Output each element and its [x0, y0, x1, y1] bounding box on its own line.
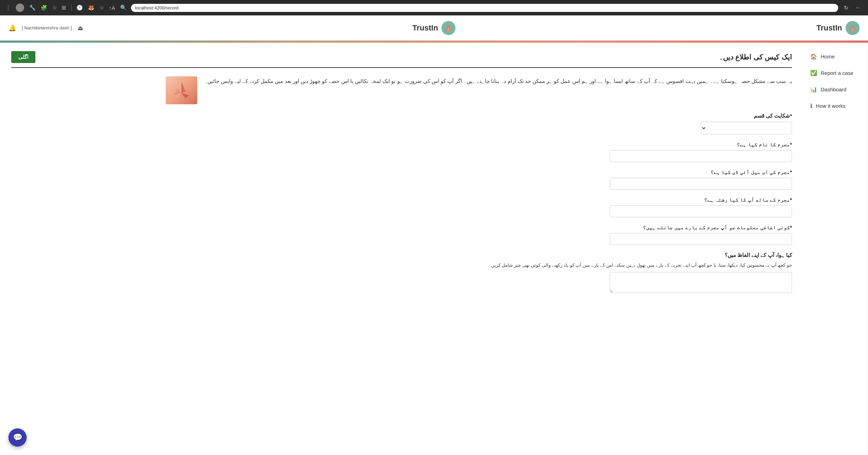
additional-info-label: *کونی اضافی معلومات جو آپ مجرم کے بارے م… — [11, 224, 792, 230]
browser-avatar[interactable] — [16, 4, 24, 12]
sidebar: 🏠 Home ✅ Report a case 📊 Dashboard ℹ How… — [803, 43, 868, 455]
back-button[interactable]: ← — [854, 3, 862, 12]
refresh-button[interactable]: ↻ — [842, 3, 850, 13]
sidebar-item-home[interactable]: 🏠 Home — [803, 48, 868, 65]
bell-icon[interactable]: 🔔 — [8, 24, 16, 32]
origami-bird-image — [171, 80, 192, 101]
perpetrator-name-label: *مجرم کا نام کیا ہے؟ — [11, 141, 792, 147]
your-words-description: جو کچھ آپ نے محسوس کیا، دیکھا، سنا، یا ج… — [11, 261, 792, 269]
main-content: ایک کیس کی اطلاع دیں۔ اگلی یہ سب سے مشکل… — [0, 43, 803, 455]
next-button[interactable]: اگلی — [11, 51, 35, 63]
page-title-row: ایک کیس کی اطلاع دیں۔ اگلی — [11, 51, 792, 68]
intro-text: یہ سب سے مشکل حصہ ہوسکتا ہے۔ ہمیں بہت اف… — [204, 76, 792, 86]
perpetrator-name-input[interactable] — [610, 150, 792, 162]
browser-icons: 🔍 A↑ ☆ 🦊 🕐 ⊞ ☆ 🧩 🔧 ⋮ — [6, 4, 127, 12]
perpetrator-relationship-label: *مجرم کے ساتھ آپ کا کیا رشتہ ہے؟ — [11, 197, 792, 203]
logout-icon[interactable]: ⏏ — [77, 24, 83, 32]
home-icon: 🏠 — [810, 53, 817, 60]
app-body: 🏠 Home ✅ Report a case 📊 Dashboard ℹ How… — [0, 43, 868, 455]
chat-bubble-icon: 💬 — [13, 433, 22, 442]
logo-circle-center — [442, 21, 456, 35]
search-icon[interactable]: 🔍 — [120, 5, 127, 11]
logo-circle-left — [846, 21, 860, 35]
grid-icon[interactable]: ⊞ — [62, 5, 66, 11]
complaint-type-select[interactable] — [701, 122, 792, 134]
complaint-type-group: *شکایت کی قسم — [11, 113, 792, 134]
logo-text-left: TrustIn — [817, 23, 842, 33]
fox-icon: 🦊 — [88, 5, 95, 11]
perpetrator-email-label: *مجرم کی ای میل آئی ڈی کیا ہے؟ — [11, 169, 792, 175]
your-words-label: کیا ہوا، آپ کے اپنے الفاظ میں؟ — [11, 252, 792, 258]
app-header: TrustIn TrustIn 🔔 [ Nachiketamishra dash… — [0, 15, 868, 41]
sidebar-label-report: Report a case — [821, 70, 853, 76]
perpetrator-email-group: *مجرم کی ای میل آئی ڈی کیا ہے؟ — [11, 169, 792, 190]
menu-icon[interactable]: ⋮ — [6, 5, 11, 11]
intro-section: یہ سب سے مشکل حصہ ہوسکتا ہے۔ ہمیں بہت اف… — [11, 76, 792, 104]
perpetrator-email-input[interactable] — [610, 178, 792, 190]
divider — [71, 4, 71, 11]
your-words-group: کیا ہوا، آپ کے اپنے الفاظ میں؟ جو کچھ آپ… — [11, 252, 792, 294]
report-icon: ✅ — [810, 70, 817, 76]
sidebar-item-report[interactable]: ✅ Report a case — [803, 65, 868, 81]
info-icon: ℹ — [810, 103, 812, 109]
reader-icon[interactable]: A↑ — [109, 5, 115, 11]
sidebar-item-dashboard[interactable]: 📊 Dashboard — [803, 81, 868, 98]
header-right: 🔔 [ Nachiketamishra dash ] ⏏ — [8, 24, 83, 32]
your-words-textarea[interactable] — [610, 272, 792, 293]
perpetrator-relationship-group: *مجرم کے ساتھ آپ کا کیا رشتہ ہے؟ — [11, 197, 792, 217]
bookmark-icon[interactable]: ☆ — [52, 5, 57, 11]
page-title: ایک کیس کی اطلاع دیں۔ — [719, 53, 792, 61]
puzzle-icon[interactable]: 🧩 — [41, 5, 47, 11]
dashboard-icon: 📊 — [810, 86, 817, 93]
perpetrator-relationship-input[interactable] — [610, 205, 792, 217]
browser-chrome: ← ↻ 🔍 A↑ ☆ 🦊 🕐 ⊞ ☆ 🧩 🔧 ⋮ — [0, 0, 868, 15]
sidebar-item-how-it-works[interactable]: ℹ How it works — [803, 98, 868, 114]
sidebar-label-how-it-works: How it works — [816, 103, 846, 109]
clock-icon[interactable]: 🕐 — [76, 5, 83, 11]
additional-info-input[interactable] — [610, 233, 792, 245]
intro-image — [166, 76, 197, 104]
user-label: [ Nachiketamishra dash ] — [22, 25, 72, 30]
star-icon[interactable]: ☆ — [99, 5, 104, 11]
form-section: *شکایت کی قسم *مجرم کا نام کیا ہے؟ *مجرم… — [11, 113, 792, 294]
chat-bubble[interactable]: 💬 — [8, 428, 27, 447]
sidebar-label-dashboard: Dashboard — [821, 86, 846, 92]
complaint-type-label: *شکایت کی قسم — [11, 113, 792, 119]
perpetrator-name-group: *مجرم کا نام کیا ہے؟ — [11, 141, 792, 162]
logo-left: TrustIn — [817, 21, 860, 35]
address-bar[interactable] — [131, 4, 838, 12]
svg-marker-5 — [181, 83, 185, 93]
extensions-icon[interactable]: 🔧 — [29, 5, 36, 11]
sidebar-label-home: Home — [821, 54, 835, 59]
logo-center: TrustIn — [412, 21, 455, 35]
additional-info-group: *کونی اضافی معلومات جو آپ مجرم کے بارے م… — [11, 224, 792, 245]
logo-text-center: TrustIn — [412, 23, 438, 33]
